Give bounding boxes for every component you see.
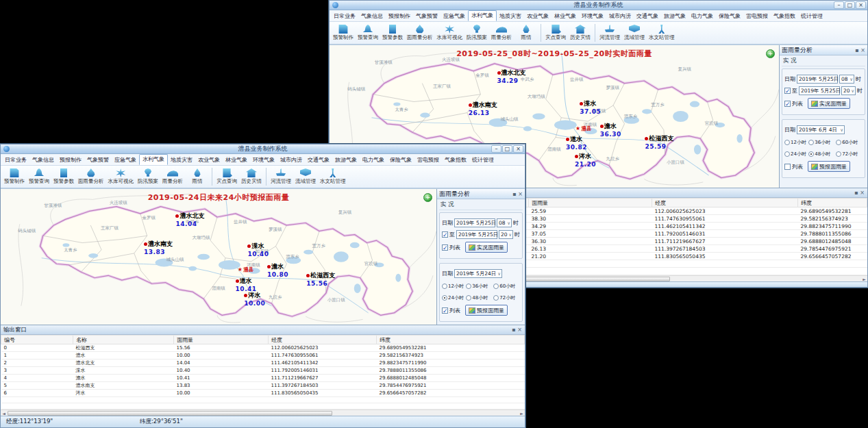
duration-radio[interactable]: 48小时: [466, 294, 493, 301]
menu-item[interactable]: 农业气象: [524, 12, 551, 21]
forecast-date-select[interactable]: 2019年 5月24日: [454, 269, 502, 278]
table-row[interactable]: 5澧水南支13.83111.39726718450329.78544769759…: [1, 382, 525, 390]
pin-icon[interactable]: [854, 190, 858, 196]
toolbar-button[interactable]: 水库可视化: [435, 23, 465, 43]
menu-item[interactable]: 气象信息: [358, 12, 386, 21]
column-header[interactable]: 面雨量: [174, 336, 269, 344]
menu-item[interactable]: 气象预警: [84, 155, 112, 165]
live-date-select[interactable]: 2019年 5月25日: [797, 75, 838, 84]
toolbar-button[interactable]: 面雨量分析: [76, 166, 106, 187]
duration-radio[interactable]: 12小时: [784, 139, 808, 146]
toolbar-button[interactable]: 预警查询: [356, 23, 380, 43]
close-icon[interactable]: [860, 190, 865, 196]
menu-item[interactable]: 旅游气象: [661, 12, 689, 21]
list-checkbox[interactable]: [784, 101, 791, 107]
table-row[interactable]: 1澧水10.00111.74763095506129.582156374923: [1, 352, 525, 360]
hour-from-select[interactable]: 08: [839, 75, 854, 84]
pin-icon[interactable]: [512, 327, 515, 333]
map-refresh-button[interactable]: [766, 49, 775, 58]
toolbar-button[interactable]: 水库可视化: [106, 166, 136, 187]
close-button[interactable]: ×: [856, 1, 866, 9]
list-checkbox[interactable]: [442, 244, 448, 251]
minimize-button[interactable]: –: [491, 145, 501, 153]
menu-item[interactable]: 农业气象: [195, 155, 223, 165]
map-area[interactable]: 甘溪滩镇火连坡镇码头铺镇太青乡王家厂镇金罗镇中武乡盐井镇大堰垱镇梦溪镇复兴镇宜万…: [1, 189, 436, 325]
menu-item[interactable]: 地质灾害: [497, 12, 524, 21]
scroll-right-icon[interactable]: [861, 277, 867, 281]
horizontal-scrollbar[interactable]: [1, 410, 525, 416]
menu-item[interactable]: 地质灾害: [168, 155, 195, 165]
maximize-button[interactable]: □: [845, 1, 855, 9]
duration-radio[interactable]: 12小时: [442, 283, 466, 290]
to-checkbox[interactable]: [784, 88, 791, 94]
column-header[interactable]: 纬度: [798, 199, 867, 207]
close-icon[interactable]: [518, 191, 523, 197]
close-button[interactable]: ×: [513, 145, 523, 153]
toolbar-button[interactable]: 历史灾情: [239, 166, 264, 187]
live-rain-button[interactable]: 实况面雨量: [465, 242, 508, 253]
list-checkbox[interactable]: [784, 164, 791, 170]
toolbar-button[interactable]: 灾点查询: [214, 166, 239, 187]
duration-radio[interactable]: 72小时: [493, 294, 520, 301]
table-row[interactable]: 6涔水10.00111.83056505043529.6566457057282: [1, 390, 525, 397]
table-row[interactable]: 3渫水10.40111.79200514603129.7888011355086: [1, 367, 525, 375]
toolbar-button[interactable]: 流域管理: [622, 23, 647, 43]
column-header[interactable]: 经度: [269, 336, 377, 344]
toolbar-button[interactable]: 河流管理: [269, 166, 293, 187]
toolbar-button[interactable]: 流域管理: [293, 166, 318, 187]
menu-item[interactable]: 林业气象: [551, 12, 579, 21]
close-icon[interactable]: [860, 47, 865, 53]
toolbar-button[interactable]: 预警制作: [2, 166, 27, 187]
column-header[interactable]: 面雨量: [529, 199, 652, 207]
toolbar-button[interactable]: 雨量分析: [489, 23, 514, 43]
maximize-button[interactable]: □: [502, 145, 512, 153]
toolbar-button[interactable]: 面雨量分析: [405, 23, 435, 43]
menu-item[interactable]: 预报制作: [386, 12, 413, 21]
duration-radio[interactable]: 72小时: [836, 151, 863, 158]
title-bar[interactable]: 澧县业务制作系统 – □ ×: [1, 144, 525, 154]
column-header[interactable]: 纬度: [377, 336, 525, 344]
menu-item[interactable]: 应急气象: [112, 155, 139, 165]
menu-item[interactable]: 统计管理: [798, 12, 826, 21]
menu-item[interactable]: 电力气象: [360, 155, 387, 165]
menu-item[interactable]: 水利气象: [468, 10, 497, 21]
menu-item[interactable]: 环境气象: [579, 12, 606, 21]
live-rain-button[interactable]: 实况面雨量: [808, 98, 850, 109]
hour-to-select[interactable]: 20: [499, 230, 513, 239]
duration-radio[interactable]: 60小时: [836, 139, 863, 146]
duration-radio[interactable]: 36小时: [808, 139, 836, 146]
toolbar-button[interactable]: 预警参数: [51, 166, 76, 187]
duration-radio[interactable]: 36小时: [466, 283, 493, 290]
pin-icon[interactable]: [855, 47, 858, 53]
live-end-date-select[interactable]: 2019年 5月25日: [799, 86, 840, 95]
toolbar-button[interactable]: 雨情: [185, 166, 210, 187]
hour-to-select[interactable]: 20: [841, 86, 856, 95]
scroll-right-icon[interactable]: [519, 411, 525, 416]
live-date-select[interactable]: 2019年 5月25日: [454, 218, 495, 227]
menu-item[interactable]: 保险气象: [716, 12, 743, 21]
toolbar-button[interactable]: 灾点查询: [543, 23, 568, 43]
menu-item[interactable]: 交通气象: [634, 12, 661, 21]
table-row[interactable]: 0松滋西支15.56112.00602562502329.68905495322…: [1, 344, 525, 352]
menu-item[interactable]: 应急气象: [441, 12, 468, 21]
to-checkbox[interactable]: [442, 231, 448, 238]
toolbar-button[interactable]: 河流管理: [597, 23, 622, 43]
column-header[interactable]: 名称: [73, 336, 174, 344]
toolbar-button[interactable]: 预警制作: [331, 23, 356, 43]
menu-item[interactable]: 气象信息: [29, 155, 57, 165]
menu-item[interactable]: 水利气象: [139, 154, 168, 165]
menu-item[interactable]: 预报制作: [57, 155, 84, 165]
toolbar-button[interactable]: 水文站管理: [647, 23, 677, 43]
hour-from-select[interactable]: 08: [497, 218, 512, 227]
menu-item[interactable]: 日常业务: [2, 155, 29, 165]
menu-item[interactable]: 林业气象: [223, 155, 250, 165]
toolbar-button[interactable]: 历史灾情: [568, 23, 593, 43]
menu-item[interactable]: 气象预警: [413, 12, 441, 21]
toolbar-button[interactable]: 雨情: [514, 23, 538, 43]
toolbar-button[interactable]: 预警参数: [380, 23, 405, 43]
menu-item[interactable]: 日常业务: [331, 12, 358, 21]
pin-icon[interactable]: [512, 191, 516, 197]
column-header[interactable]: 编号: [1, 336, 73, 344]
column-header[interactable]: 经度: [652, 199, 798, 207]
menu-item[interactable]: 交通气象: [305, 155, 332, 165]
